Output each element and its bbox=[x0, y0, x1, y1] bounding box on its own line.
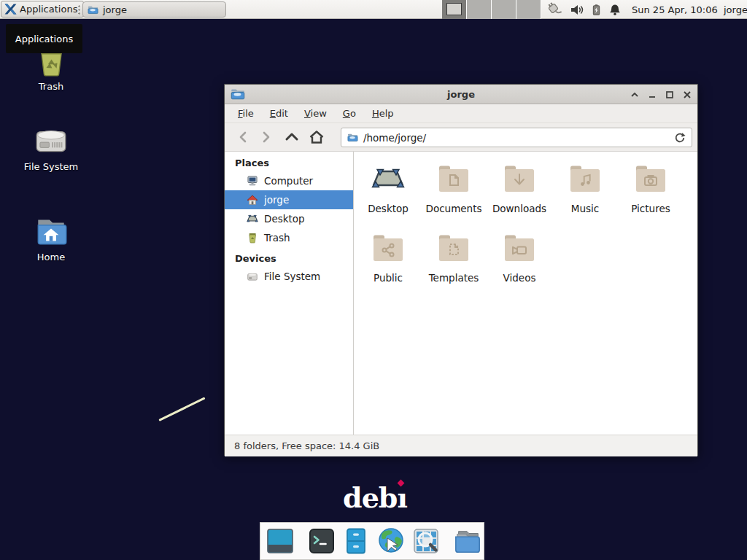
file-item-public[interactable]: Public bbox=[355, 230, 421, 300]
sidebar-item-label: jorge bbox=[264, 194, 289, 206]
sidebar-item-jorge[interactable]: jorge bbox=[225, 190, 353, 209]
home-icon bbox=[309, 130, 325, 144]
sidebar-item-desktop[interactable]: Desktop bbox=[225, 209, 353, 228]
desktop-icon-label: Trash bbox=[39, 81, 63, 92]
globe-browser-icon bbox=[376, 526, 406, 556]
workspace-2[interactable] bbox=[467, 0, 492, 19]
folder-pictures-icon bbox=[633, 161, 668, 196]
desktop-icon-label: Home bbox=[37, 252, 65, 262]
folder-icon bbox=[88, 4, 98, 15]
file-item-label: Desktop bbox=[368, 203, 409, 214]
status-bar: 8 folders, Free space: 14.4 GiB bbox=[225, 435, 697, 456]
folder-music-icon bbox=[568, 161, 603, 196]
terminal-icon bbox=[308, 527, 336, 555]
menu-go[interactable]: Go bbox=[340, 106, 359, 120]
reload-icon[interactable] bbox=[674, 132, 686, 144]
taskbar-button-jorge[interactable]: jorge bbox=[82, 1, 226, 18]
file-item-pictures[interactable]: Pictures bbox=[618, 161, 684, 230]
desktop-window-icon bbox=[266, 527, 295, 555]
volume-icon[interactable] bbox=[570, 4, 584, 16]
dock-web-browser[interactable] bbox=[376, 526, 406, 556]
top-panel: Applications jorge bbox=[0, 0, 747, 19]
hard-drive-icon bbox=[33, 124, 69, 158]
file-grid: Desktop Documents bbox=[354, 152, 697, 435]
sidebar-item-label: File System bbox=[264, 271, 320, 282]
dock-show-desktop[interactable] bbox=[266, 526, 295, 556]
forward-button[interactable] bbox=[255, 126, 276, 148]
location-bar[interactable]: /home/jorge/ bbox=[341, 128, 692, 147]
file-item-label: Downloads bbox=[492, 203, 546, 214]
minimize-button[interactable] bbox=[646, 88, 658, 101]
sidebar-item-label: Desktop bbox=[264, 213, 305, 225]
window-content: Places Computer bbox=[225, 152, 697, 435]
panel-handle[interactable] bbox=[78, 4, 80, 15]
sidebar-item-file-system[interactable]: File System bbox=[225, 267, 353, 286]
file-item-desktop[interactable]: Desktop bbox=[355, 161, 421, 230]
panel-clock[interactable]: Sun 25 Apr, 10:06 bbox=[632, 0, 718, 19]
house-icon bbox=[247, 194, 258, 206]
maximize-button[interactable] bbox=[663, 88, 676, 101]
desktop: Applications jorge bbox=[0, 0, 747, 560]
location-path[interactable]: /home/jorge/ bbox=[363, 132, 669, 144]
sidebar-item-label: Computer bbox=[264, 175, 313, 187]
menu-file[interactable]: File bbox=[235, 106, 257, 120]
workspace-pager bbox=[442, 0, 541, 19]
file-item-videos[interactable]: Videos bbox=[487, 230, 552, 300]
dock-terminal[interactable] bbox=[308, 526, 336, 556]
hard-drive-icon bbox=[247, 271, 258, 282]
file-item-music[interactable]: Music bbox=[552, 161, 618, 230]
folder-downloads-icon bbox=[502, 161, 537, 196]
debian-letter-i: ı bbox=[397, 481, 406, 514]
applications-menu-label: Applications bbox=[20, 4, 77, 15]
folder-templates-icon bbox=[436, 230, 471, 265]
system-tray bbox=[546, 0, 621, 19]
applications-tooltip: Applications bbox=[6, 24, 82, 53]
desktop-icon-label: File System bbox=[24, 161, 78, 172]
workspace-4[interactable] bbox=[516, 0, 541, 19]
network-cable-icon[interactable] bbox=[546, 1, 563, 18]
file-item-label: Templates bbox=[429, 272, 479, 284]
file-item-documents[interactable]: Documents bbox=[421, 161, 487, 230]
sidebar-item-trash[interactable]: Trash bbox=[225, 228, 353, 247]
sidebar-item-label: Trash bbox=[264, 232, 290, 244]
file-item-templates[interactable]: Templates bbox=[421, 230, 487, 300]
debian-text-pre: deb bbox=[343, 481, 397, 514]
folder-documents-icon bbox=[436, 161, 471, 196]
home-folder-icon bbox=[33, 213, 69, 248]
menu-view[interactable]: View bbox=[301, 106, 330, 120]
workspace-3[interactable] bbox=[492, 0, 516, 19]
panel-username[interactable]: jorge bbox=[724, 0, 747, 19]
back-button[interactable] bbox=[233, 126, 255, 148]
close-button[interactable] bbox=[681, 88, 693, 101]
desktop-icon-file-system[interactable]: File System bbox=[11, 124, 91, 172]
computer-icon bbox=[247, 175, 258, 187]
file-item-label: Public bbox=[374, 272, 403, 284]
file-item-downloads[interactable]: Downloads bbox=[487, 161, 552, 230]
window-titlebar[interactable]: jorge bbox=[225, 85, 697, 104]
dock-file-manager[interactable] bbox=[342, 526, 370, 556]
sidebar-item-computer[interactable]: Computer bbox=[225, 171, 353, 190]
trash-icon bbox=[247, 232, 258, 244]
applications-menu-button[interactable]: Applications bbox=[1, 1, 84, 18]
menu-edit[interactable]: Edit bbox=[267, 106, 291, 120]
battery-charging-icon[interactable] bbox=[591, 4, 602, 16]
up-button[interactable] bbox=[281, 126, 303, 148]
workspace-1[interactable] bbox=[442, 0, 467, 19]
window-title: jorge bbox=[225, 85, 697, 104]
file-item-label: Music bbox=[571, 203, 599, 214]
notifications-bell-icon[interactable] bbox=[609, 4, 621, 16]
shade-button[interactable] bbox=[628, 88, 640, 101]
home-button[interactable] bbox=[306, 126, 328, 148]
tool-bar: /home/jorge/ bbox=[225, 123, 697, 152]
menu-help[interactable]: Help bbox=[369, 106, 397, 120]
dock-application-finder[interactable] bbox=[412, 526, 440, 556]
folders-icon bbox=[453, 526, 482, 556]
app-finder-icon bbox=[412, 527, 440, 555]
taskbar-button-label: jorge bbox=[103, 4, 127, 15]
status-text: 8 folders, Free space: 14.4 GiB bbox=[234, 440, 379, 451]
dock-folders[interactable] bbox=[453, 526, 482, 556]
window-controls bbox=[628, 85, 693, 104]
desktop-line-artifact bbox=[158, 397, 205, 421]
desktop-icon-home[interactable]: Home bbox=[11, 213, 91, 262]
folder-public-icon bbox=[371, 230, 406, 265]
